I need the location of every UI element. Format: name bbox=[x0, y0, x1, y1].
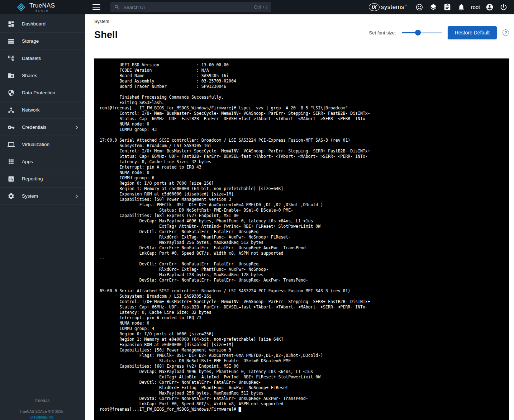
breadcrumb[interactable]: System bbox=[94, 19, 109, 24]
sidebar-item-label: Credentials bbox=[22, 124, 46, 130]
jobs-clipboard-icon[interactable] bbox=[443, 3, 452, 11]
hostname-label: freenas bbox=[0, 398, 85, 403]
sidebar-item-label: Network bbox=[22, 107, 40, 113]
search-input[interactable] bbox=[123, 4, 251, 10]
computer-icon bbox=[8, 141, 15, 148]
sidebar-item-label: Reporting bbox=[22, 176, 43, 181]
sidebar-item-label: Storage bbox=[22, 38, 39, 44]
feedback-smiley-icon[interactable] bbox=[415, 3, 424, 11]
sidebar-item-label: Apps bbox=[22, 159, 33, 164]
page-title: Shell bbox=[94, 29, 118, 41]
datasets-tree-icon bbox=[8, 55, 15, 62]
gear-icon bbox=[8, 193, 15, 200]
sidebar-item-label: System bbox=[22, 193, 38, 199]
logged-in-username: root bbox=[471, 4, 480, 10]
storage-icon bbox=[8, 38, 15, 45]
ixsystems-logo-mark: iX bbox=[369, 3, 380, 11]
font-size-slider[interactable] bbox=[402, 30, 442, 36]
menu-hamburger-icon[interactable] bbox=[92, 4, 100, 10]
trademark-symbol: ™ bbox=[404, 5, 407, 7]
terminal-output: UEFI BSD Version : 13.00.00.00 FCODE Ver… bbox=[94, 58, 509, 416]
truenas-logo: TrueNAS SCALE bbox=[0, 3, 85, 12]
power-icon[interactable] bbox=[499, 3, 508, 11]
sidebar-item-datasets[interactable]: Datasets bbox=[0, 50, 85, 67]
slider-thumb[interactable] bbox=[415, 30, 421, 36]
shield-icon bbox=[8, 89, 15, 96]
sidebar-item-storage[interactable]: Storage bbox=[0, 33, 85, 50]
sidebar-item-data-protection[interactable]: Data Protection bbox=[0, 84, 85, 102]
brand-name: TrueNAS bbox=[29, 3, 55, 9]
network-hub-icon bbox=[8, 107, 15, 114]
sidebar-item-credentials[interactable]: Credentials bbox=[0, 119, 85, 136]
apps-grid-icon bbox=[8, 158, 15, 165]
sidebar-item-network[interactable]: Network bbox=[0, 102, 85, 119]
truenas-logo-icon bbox=[16, 3, 27, 12]
bar-chart-icon bbox=[8, 175, 15, 183]
font-size-label: Set font size: bbox=[369, 30, 396, 36]
ixsystems-link[interactable]: iXsystems, Inc. bbox=[0, 415, 85, 420]
chevron-right-icon bbox=[73, 124, 80, 131]
dashboard-icon bbox=[8, 20, 15, 28]
sidebar-footer: freenas TrueNAS SCALE ® © 2025 - iXsyste… bbox=[0, 398, 85, 420]
sidebar-item-label: Virtualization bbox=[22, 142, 49, 147]
updates-layers-icon[interactable] bbox=[429, 3, 438, 11]
sidebar-nav: Dashboard Storage Datasets Shares Data P… bbox=[0, 14, 85, 420]
sidebar-item-shares[interactable]: Shares bbox=[0, 67, 85, 84]
restore-default-button[interactable]: Restore Default bbox=[448, 26, 497, 39]
sidebar-item-reporting[interactable]: Reporting bbox=[0, 170, 85, 188]
shell-controls: Set font size: Restore Default ? bbox=[369, 26, 509, 39]
sidebar-item-label: Datasets bbox=[22, 56, 41, 61]
ixsystems-logo-text: systems bbox=[381, 4, 404, 11]
brand-sub: SCALE bbox=[29, 9, 55, 12]
folder-shared-icon bbox=[8, 72, 15, 79]
truenas-app: TrueNAS SCALE Ctrl + / iX systems ™ bbox=[0, 0, 514, 420]
sidebar-item-label: Data Protection bbox=[22, 90, 55, 95]
sidebar-item-virtualization[interactable]: Virtualization bbox=[0, 136, 85, 153]
alerts-bell-icon[interactable] bbox=[457, 3, 466, 11]
global-search[interactable]: Ctrl + / bbox=[110, 2, 271, 12]
sidebar-item-dashboard[interactable]: Dashboard bbox=[0, 15, 85, 33]
shell-terminal[interactable]: UEFI BSD Version : 13.00.00.00 FCODE Ver… bbox=[94, 58, 509, 420]
chevron-right-icon bbox=[73, 193, 80, 199]
topbar: TrueNAS SCALE Ctrl + / iX systems ™ bbox=[0, 0, 514, 14]
topbar-actions: iX systems ™ bbox=[369, 3, 514, 11]
truenas-logo-text: TrueNAS SCALE bbox=[29, 3, 55, 12]
help-icon[interactable]: ? bbox=[503, 29, 509, 36]
ixsystems-logo: iX systems ™ bbox=[369, 3, 407, 11]
key-icon bbox=[8, 124, 15, 131]
search-icon bbox=[114, 4, 120, 10]
sidebar-item-apps[interactable]: Apps bbox=[0, 153, 85, 170]
copyright-text: TrueNAS SCALE ® © 2025 - bbox=[0, 409, 85, 415]
account-circle-icon[interactable] bbox=[485, 3, 494, 11]
search-shortcut-hint: Ctrl + / bbox=[254, 5, 267, 10]
main-content: System Shell Set font size: Restore Defa… bbox=[85, 14, 514, 420]
sidebar-item-system[interactable]: System bbox=[0, 188, 85, 205]
sidebar-item-label: Dashboard bbox=[22, 21, 46, 27]
sidebar-item-label: Shares bbox=[22, 73, 37, 78]
